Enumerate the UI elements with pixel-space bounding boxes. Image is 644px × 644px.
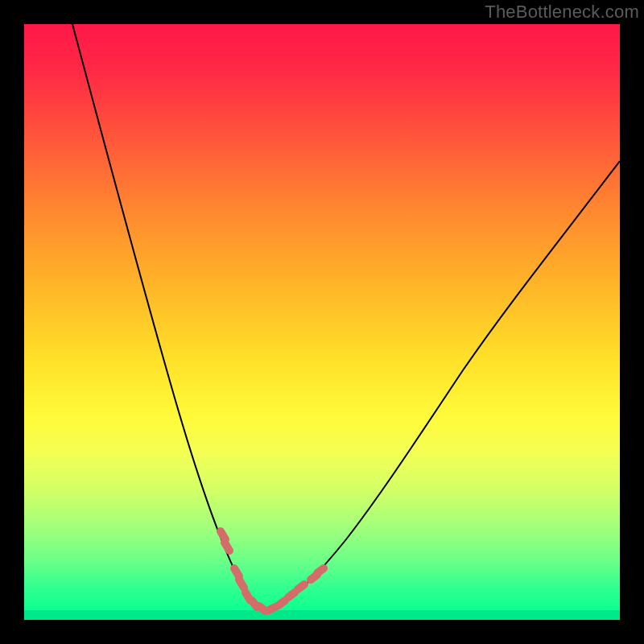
pink-tick xyxy=(288,592,295,597)
watermark-text: TheBottleneck.com xyxy=(485,2,639,23)
chart-frame: TheBottleneck.com xyxy=(0,0,644,644)
pink-tick xyxy=(239,580,244,588)
plot-area xyxy=(24,24,620,620)
pink-tick xyxy=(225,543,229,551)
pink-tick xyxy=(279,601,285,605)
pink-tick xyxy=(317,568,324,573)
pink-tick xyxy=(298,584,304,589)
pink-tick xyxy=(221,531,225,539)
curve-svg xyxy=(24,24,620,620)
pink-tick xyxy=(269,607,275,610)
pink-ticks-group xyxy=(221,531,324,611)
pink-tick xyxy=(259,606,266,611)
pink-tick xyxy=(234,568,239,576)
v-curve-path xyxy=(72,24,620,610)
